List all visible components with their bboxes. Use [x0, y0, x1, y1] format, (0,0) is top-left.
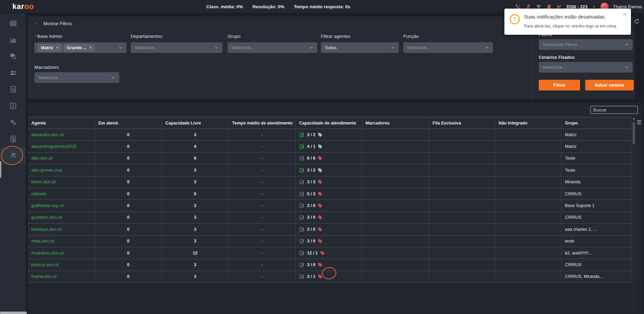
filters-toggle[interactable]: Mostrar Filtros: [35, 21, 72, 26]
cell-fila-exclusiva: [429, 224, 495, 235]
agent-name-link[interactable]: henrique.dsn.cir: [31, 227, 62, 232]
agent-name-link[interactable]: patricia.dsn.cir: [31, 262, 59, 267]
stat-tempo-medio: Tempo médio resposta: 0s: [294, 4, 350, 9]
column-header[interactable]: Grupo: [561, 117, 632, 129]
capacity-value: 12 / 1: [307, 251, 318, 256]
cell-agente: guilherme.sup.cir: [28, 200, 95, 211]
agent-name-link[interactable]: alexandrogutierrez2015: [31, 144, 76, 149]
chevron-down-icon: [391, 45, 395, 50]
cell-capacidade-atendimento: 3 / 0: [296, 212, 362, 223]
chip-remove-icon[interactable]: ✕: [89, 45, 92, 50]
cell-grupo: CIRRUS: [561, 188, 632, 199]
column-header[interactable]: Não Integrado: [495, 117, 561, 129]
tag-icon: [318, 274, 323, 279]
cell-marcadores: [362, 212, 429, 223]
cell-grupo: aaa charles 2, ...: [561, 224, 632, 235]
funcao-select[interactable]: Selecione...: [403, 42, 493, 53]
column-header[interactable]: Marcadores: [362, 117, 429, 129]
sidebar-item-settings[interactable]: [0, 114, 26, 131]
marcadores-select[interactable]: Selecione...: [34, 72, 119, 83]
edit-capacity-icon[interactable]: [299, 274, 305, 279]
horizontal-scrollbar[interactable]: [0, 312, 644, 314]
sidebar-item-grid[interactable]: [0, 15, 26, 32]
field-label: Base Admin.: [37, 34, 63, 39]
edit-capacity-icon[interactable]: [299, 191, 305, 197]
salvar-cenario-button[interactable]: Salvar cenário: [585, 80, 634, 90]
search-input[interactable]: [590, 106, 638, 114]
column-header[interactable]: Capacidade Livre: [162, 117, 229, 129]
table-row: alex.gomes.cruz 0 3 - 3 / 2 Teste: [28, 164, 632, 176]
cell-marcadores: [362, 141, 429, 152]
selected-chip[interactable]: Grande ...✕: [64, 44, 95, 51]
edit-capacity-icon[interactable]: [299, 144, 305, 149]
agent-name-link[interactable]: gustavoc.dsn.cir: [31, 215, 62, 220]
agent-name-link[interactable]: alex.gomes.cruz: [31, 168, 63, 173]
agent-name-link[interactable]: chboxbr: [31, 192, 46, 196]
sidebar-item-charts[interactable]: [0, 32, 26, 48]
cell-capacidade-atendimento: 3 / 2: [296, 129, 362, 140]
capacity-value: 5 / 3: [307, 192, 315, 196]
edit-capacity-icon[interactable]: [299, 179, 305, 185]
cell-em-atend: 0: [95, 271, 162, 282]
edit-capacity-icon[interactable]: [299, 227, 305, 232]
cell-capacidade-livre: 3: [162, 176, 229, 188]
agent-name-link[interactable]: maia.dsn.cir: [31, 239, 54, 243]
agent-name-link[interactable]: guilherme.sup.cir: [31, 203, 64, 208]
column-header[interactable]: Em atend.: [95, 117, 162, 129]
edit-capacity-icon[interactable]: [299, 132, 305, 138]
sidebar-item-reports[interactable]: [0, 131, 26, 147]
column-settings-button[interactable]: ☰: [636, 119, 643, 126]
cell-agente: henrique.dsn.cir: [28, 224, 95, 235]
agent-name-link[interactable]: breno.dsn.cir: [31, 180, 56, 184]
filtrar-button[interactable]: Filtrar: [539, 80, 580, 90]
agent-name-link[interactable]: mcardoso.dsn.cir: [31, 251, 64, 256]
selected-chip[interactable]: Matriz✕: [38, 44, 62, 51]
cell-capacidade-atendimento: 3 / 3: [296, 176, 362, 188]
sidebar-item-document-search[interactable]: [0, 81, 26, 98]
cell-em-atend: 0: [95, 236, 162, 247]
base-admin-select[interactable]: Matriz✕ Grande ...✕: [34, 42, 127, 53]
edit-capacity-icon[interactable]: [299, 250, 305, 256]
column-header[interactable]: Fila Exclusiva: [429, 117, 495, 129]
cell-capacidade-livre: 5: [162, 188, 229, 199]
departamentos-select[interactable]: Selecione...: [131, 42, 222, 53]
edit-capacity-icon[interactable]: [299, 238, 305, 244]
sidebar-scroll-indicator: [0, 161, 1, 178]
refresh-icon[interactable]: [634, 18, 640, 24]
edit-capacity-icon[interactable]: [299, 215, 305, 220]
agent-name-link[interactable]: alex.dsn.cir: [31, 156, 53, 161]
select-placeholder: Selecione...: [407, 45, 430, 50]
cenarios-fixados-select[interactable]: Selecione...: [539, 62, 633, 73]
column-header[interactable]: Tempo médio de atendimento: [229, 117, 296, 129]
tag-icon: [318, 132, 323, 137]
edit-capacity-icon[interactable]: [299, 167, 305, 173]
chevron-up-icon[interactable]: [592, 5, 596, 9]
cell-grupo: Base Suporte 1: [561, 200, 632, 211]
sidebar-item-sync[interactable]: [0, 98, 26, 114]
cell-marcadores: [362, 224, 429, 235]
cell-nao-integrado: [495, 164, 561, 176]
close-icon[interactable]: ✕: [623, 12, 626, 17]
scroll-up-icon[interactable]: ▲: [632, 117, 635, 120]
vertical-scrollbar[interactable]: [632, 117, 635, 311]
scrollbar-thumb[interactable]: [0, 312, 27, 314]
cell-nao-integrado: [495, 236, 561, 247]
edit-capacity-icon[interactable]: [299, 203, 305, 208]
cell-em-atend: 0: [95, 224, 162, 235]
selecionar-filtros-select[interactable]: Selecionar Filtros: [539, 39, 633, 50]
agent-name-link[interactable]: thaina.dsn.cir: [31, 274, 57, 279]
edit-capacity-icon[interactable]: [299, 262, 305, 268]
filtrar-agentes-select[interactable]: Todos: [321, 42, 399, 53]
grupo-select[interactable]: Selecione...: [228, 42, 317, 53]
sidebar-item-agents[interactable]: [0, 147, 26, 164]
chip-remove-icon[interactable]: ✕: [56, 45, 59, 50]
sidebar-item-chats[interactable]: [0, 48, 26, 65]
gears-icon: [9, 118, 17, 127]
cell-em-atend: 0: [95, 212, 162, 223]
scrollbar-thumb[interactable]: [633, 122, 635, 144]
column-header[interactable]: Capacidade de atendimento: [296, 117, 362, 129]
column-header[interactable]: Agente: [28, 117, 95, 129]
edit-capacity-icon[interactable]: [299, 155, 305, 161]
agent-name-link[interactable]: alexandro.dsn.cir: [31, 132, 64, 137]
sidebar-item-contacts[interactable]: [0, 65, 26, 81]
